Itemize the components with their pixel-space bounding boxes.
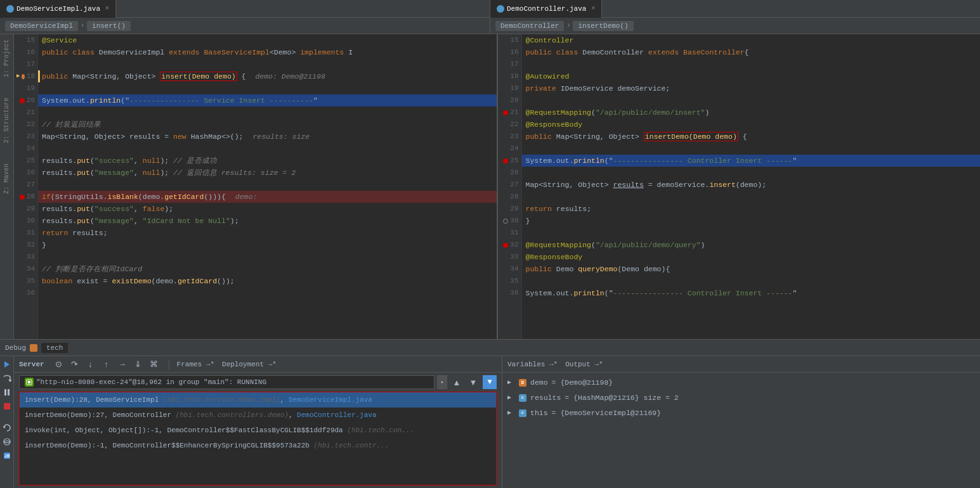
r-code-line-17: [522, 58, 981, 70]
line-21: 21: [16, 106, 35, 119]
var-demo-arrow[interactable]: ▶: [507, 377, 515, 388]
frames-tab[interactable]: Frames →*: [177, 361, 214, 368]
debug-panel: Debug tech: [0, 339, 980, 488]
r-code-line-20: [522, 94, 981, 106]
r-code-line-19: private IDemoService demoService;: [522, 82, 981, 94]
line-15: 15: [16, 34, 35, 46]
output-tab[interactable]: Output →*: [565, 361, 603, 368]
left-tab-close[interactable]: ×: [105, 5, 109, 12]
file-icon-right: [497, 5, 504, 13]
var-results-icon: ≡: [519, 394, 526, 402]
line-26: 26: [16, 167, 35, 179]
code-line-22: // 封装返回结果: [38, 119, 497, 131]
breakpoint-right-25[interactable]: [503, 158, 508, 164]
boxed-insert-method: insert(Demo demo): [160, 72, 237, 81]
line-17: 17: [16, 58, 35, 70]
debug-session-bar: Debug tech: [0, 340, 980, 356]
line-24: 24: [16, 143, 35, 155]
var-demo: ▶ D demo = {Demo@21198}: [507, 375, 975, 390]
right-breadcrumbs: DemoController › insertDemo(): [490, 18, 980, 34]
debug-step-over-btn[interactable]: [1, 373, 13, 384]
r-code-line-30: }: [522, 215, 981, 227]
frames-panel: Server ⊙ ↷ ↓ ↑ → ⇓ ⌘ Frames →*: [14, 356, 502, 488]
r-code-line-23: public Map<String, Object> insertDemo(De…: [522, 131, 981, 143]
tab-left-file[interactable]: DemoServiceImpl.java ×: [0, 0, 116, 18]
code-line-33: [38, 251, 497, 263]
debug-web-btn[interactable]: [1, 436, 13, 447]
debug-session-tab[interactable]: tech: [41, 343, 68, 353]
right-line-numbers: 15 16 17 18 19 20 21 22 23 24 25: [498, 34, 522, 339]
line-36: 36: [16, 287, 35, 299]
sidebar-label-project[interactable]: 1: Project: [2, 37, 11, 80]
var-this-arrow[interactable]: ▶: [507, 408, 515, 419]
toolbar-step1[interactable]: ⊙: [52, 357, 66, 371]
code-line-17: [38, 58, 497, 70]
code-line-16: public class DemoServiceImpl extends Bas…: [38, 46, 497, 58]
breakpoint-20[interactable]: [20, 98, 25, 103]
code-line-35: boolean exist = existDemo(demo.getIdCard…: [38, 275, 497, 287]
tab-right-file[interactable]: DemoController.java ×: [490, 0, 602, 18]
debug-resume-btn[interactable]: [1, 359, 13, 370]
line-27: 27: [16, 179, 35, 191]
right-breadcrumb-method[interactable]: insertDemo(): [573, 21, 633, 31]
line-28: 28: [16, 191, 35, 203]
code-line-30: results.put("message", "IdCard Not be Nu…: [38, 215, 497, 227]
thread-nav-down[interactable]: ▼: [466, 375, 480, 389]
toolbar-step-out[interactable]: ↑: [100, 357, 114, 371]
toolbar-step-over[interactable]: ↷: [68, 357, 82, 371]
jrebel-btn[interactable]: JR: [1, 450, 13, 461]
line-18: ▶ 18: [16, 70, 35, 82]
frame-item-1[interactable]: insertDemo(Demo):27, DemoController (hbi…: [20, 408, 496, 423]
svg-marker-2: [8, 380, 11, 382]
left-breadcrumb-method[interactable]: insert(): [87, 21, 131, 31]
debug-toolbar: ⊙ ↷ ↓ ↑ → ⇓ ⌘: [52, 357, 161, 371]
sidebar-label-maven[interactable]: Z: Maven: [2, 161, 11, 196]
app-window: DemoServiceImpl.java × DemoController.ja…: [0, 0, 980, 488]
var-results-arrow[interactable]: ▶: [507, 392, 515, 404]
frame-item-0[interactable]: insert(Demo):28, DemoServiceImpl (hbi.te…: [20, 392, 496, 408]
toolbar-force-step[interactable]: ⇓: [131, 357, 145, 371]
debug-refresh-btn[interactable]: [1, 422, 13, 433]
toolbar-evaluate[interactable]: ⌘: [147, 357, 161, 371]
variables-tab[interactable]: Variables →*: [507, 361, 558, 368]
filter-btn[interactable]: ▼: [483, 375, 497, 389]
code-line-15: @Service: [38, 34, 497, 46]
toolbar-run-to-cursor[interactable]: →: [115, 357, 129, 371]
debug-label: Debug: [5, 344, 26, 352]
debug-stop-btn[interactable]: [1, 401, 13, 412]
left-sidebar: 1: Project 2: Structure Z: Maven: [0, 34, 14, 339]
bookmark-right-21: [503, 110, 508, 115]
thread-dropdown[interactable]: ▾: [437, 375, 447, 389]
toolbar-step-into[interactable]: ↓: [84, 357, 98, 371]
code-line-24: [38, 143, 497, 155]
line-30: 30: [16, 215, 35, 227]
frame-item-2[interactable]: invoke(int, Object, Object[]):-1, DemoCo…: [20, 423, 496, 438]
line-20: 20: [16, 94, 35, 106]
line-33: 33: [16, 251, 35, 263]
variables-header: Variables →* Output →*: [502, 356, 980, 373]
left-breadcrumb-class[interactable]: DemoServiceImpl: [5, 21, 78, 31]
thread-box: "http-nio-8080-exec-24"@18,962 in group …: [19, 375, 434, 389]
code-line-21: [38, 106, 497, 119]
frames-header: Server ⊙ ↷ ↓ ↑ → ⇓ ⌘ Frames →*: [14, 356, 502, 373]
sidebar-label-structure[interactable]: 2: Structure: [2, 95, 11, 146]
frame-item-3[interactable]: insertDemo(Demo):-1, DemoController$$Enh…: [20, 438, 496, 453]
debug-pause-btn[interactable]: [1, 387, 13, 398]
right-tab-close[interactable]: ×: [591, 5, 595, 12]
r-code-line-22: @ResponseBody: [522, 119, 981, 131]
right-breadcrumb-class[interactable]: DemoController: [495, 21, 564, 31]
r-code-line-24: [522, 143, 981, 155]
r-code-line-36: System.out.println("---------------- Con…: [522, 287, 981, 299]
breakpoint-28[interactable]: [20, 195, 25, 200]
line-23: 23: [16, 131, 35, 143]
thread-nav-up[interactable]: ▲: [450, 375, 464, 389]
svg-text:JR: JR: [4, 454, 10, 459]
r-code-line-28: [522, 191, 981, 203]
thread-icon: [25, 378, 34, 387]
left-breadcrumbs: DemoServiceImpl › insert(): [0, 18, 490, 34]
r-code-line-16: public class DemoController extends Base…: [522, 46, 981, 58]
code-line-36: [38, 287, 497, 299]
variables-list: ▶ D demo = {Demo@21198} ▶ ≡ results = {H…: [502, 373, 980, 488]
right-editor-pane: 15 16 17 18 19 20 21 22 23 24 25: [498, 34, 981, 339]
deployment-tab[interactable]: Deployment →*: [222, 361, 277, 368]
